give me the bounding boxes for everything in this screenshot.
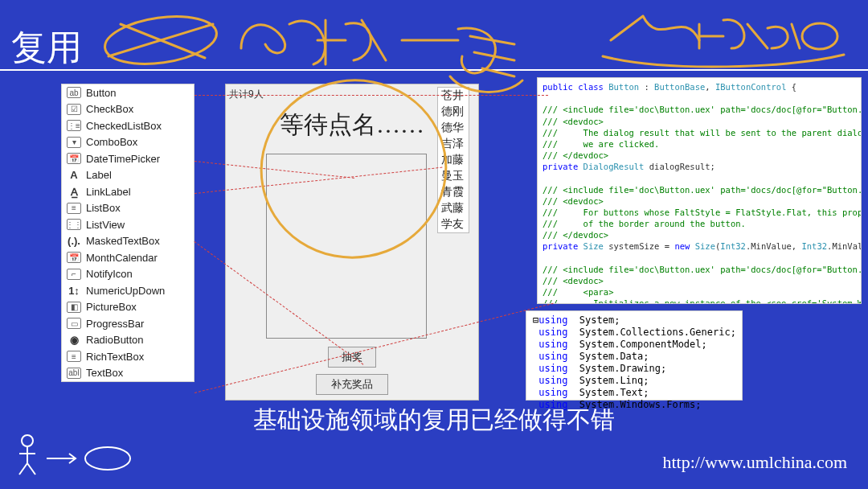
svg-line-6 [19,463,27,475]
name-item: 德刚 [438,104,469,120]
control-label: RichTextBox [86,351,144,363]
add-prize-button[interactable]: 补充奖品 [316,374,388,395]
toolbox-item-richtextbox[interactable]: ≡RichTextBox [62,348,194,365]
name-list: 苍井德刚德华吉泽加藤曼玉青霞武藤学友 [437,87,469,233]
slide-title: 复用 [11,24,82,72]
control-icon: ◧ [67,302,81,313]
svg-point-9 [85,447,130,470]
toolbox-item-maskedtextbox[interactable]: (.).MaskedTextBox [62,233,194,250]
name-item: 青霞 [438,184,469,200]
winforms-toolbox: abButton☑CheckBox⋮≡CheckedListBox▾ComboB… [61,84,194,382]
svg-line-7 [27,463,35,475]
control-icon: ⌐ [67,269,81,280]
control-icon: abl [67,368,81,379]
control-label: TextBox [86,367,123,379]
control-icon: ab [67,87,81,98]
control-icon: ⋮≡ [67,120,81,131]
toolbox-item-checkbox[interactable]: ☑CheckBox [62,101,194,118]
control-icon: A [67,170,81,181]
result-box [266,154,427,339]
toolbox-item-numericupdown[interactable]: 1↕NumericUpDown [62,282,194,299]
name-item: 苍井 [438,88,469,104]
toolbox-item-checkedlistbox[interactable]: ⋮≡CheckedListBox [62,117,194,134]
svg-point-1 [802,23,837,49]
actor-diagram-icon [13,431,141,479]
control-icon: ⋮⋮ [67,219,81,230]
name-item: 武藤 [438,200,469,216]
control-icon: ☑ [67,104,81,115]
toolbox-item-button[interactable]: abButton [62,84,194,101]
control-label: ListBox [86,202,121,214]
count-label: 共计9人 [229,88,264,101]
control-label: MaskedTextBox [86,235,160,247]
control-label: NumericUpDown [86,285,165,297]
svg-point-3 [22,435,33,446]
using-directives-code: ⊟using System; using System.Collections.… [526,310,743,401]
control-icon: ≡ [67,203,81,214]
control-label: NotifyIcon [86,268,133,280]
control-label: MonthCalendar [86,252,158,264]
control-label: DateTimePicker [86,153,160,165]
control-label: LinkLabel [86,186,131,198]
toolbox-item-notifyicon[interactable]: ⌐NotifyIcon [62,266,194,283]
control-icon: 📅 [67,153,81,164]
control-label: PictureBox [86,301,137,313]
name-item: 德华 [438,120,469,136]
toolbox-item-radiobutton[interactable]: ◉RadioButton [62,332,194,349]
name-item: 曼玉 [438,168,469,184]
toolbox-item-picturebox[interactable]: ◧PictureBox [62,299,194,316]
control-icon: ◉ [67,335,81,346]
control-label: RadioButton [86,334,144,346]
control-icon: (.). [67,236,81,247]
control-icon: A̲ [67,186,81,197]
toolbox-item-textbox[interactable]: ablTextBox [62,365,194,382]
toolbox-item-listbox[interactable]: ≡ListBox [62,200,194,217]
toolbox-item-progressbar[interactable]: ▭ProgressBar [62,315,194,332]
control-icon: 📅 [67,252,81,263]
toolbox-item-monthcalendar[interactable]: 📅MonthCalendar [62,249,194,266]
toolbox-item-linklabel[interactable]: A̲LinkLabel [62,183,194,200]
control-icon: ▭ [67,318,81,329]
control-icon: 1↕ [67,285,81,296]
control-label: CheckBox [86,103,133,115]
name-item: 加藤 [438,152,469,168]
control-label: ProgressBar [86,318,144,330]
control-icon: ≡ [67,351,81,362]
control-label: ComboBox [86,136,137,148]
control-label: ListView [86,219,125,231]
title-divider [0,69,868,71]
toolbox-item-combobox[interactable]: ▾ComboBox [62,134,194,151]
name-item: 吉泽 [438,136,469,152]
button-source-code: public class Button : ButtonBase, IButto… [537,77,862,304]
footer-url: http://www.umlchina.com [662,452,847,473]
toolbox-item-datetimepicker[interactable]: 📅DateTimePicker [62,150,194,167]
toolbox-item-listview[interactable]: ⋮⋮ListView [62,216,194,233]
name-item: 学友 [438,216,469,232]
control-label: Button [86,87,117,99]
toolbox-item-label[interactable]: ALabel [62,167,194,184]
svg-point-0 [102,10,219,71]
control-label: CheckedListBox [86,120,162,132]
control-icon: ▾ [67,137,81,148]
draw-button[interactable]: 抽奖 [328,347,376,368]
control-label: Label [86,169,112,181]
